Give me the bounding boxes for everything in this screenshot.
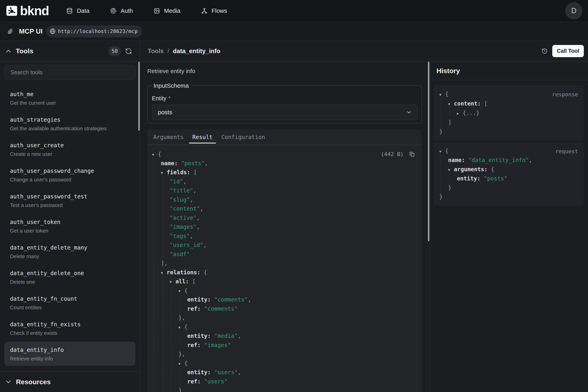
tab-arguments[interactable]: Arguments [149, 130, 188, 145]
history-toggle-button[interactable] [542, 48, 548, 54]
json-space [488, 166, 491, 172]
tab-configuration[interactable]: Configuration [217, 130, 269, 145]
mcp-url-pill[interactable]: http://localhost:28623/mcp [46, 25, 142, 37]
json-punctuation: , [200, 206, 203, 212]
entity-select[interactable]: posts [152, 105, 417, 120]
nav-item-media[interactable]: Media [154, 8, 181, 14]
tool-name: data_entity_info [10, 346, 130, 354]
nav-item-auth[interactable]: Auth [110, 8, 133, 14]
json-punctuation: { [445, 91, 448, 98]
history-card-response[interactable]: response▼{▼content: [▶{...}]} [434, 85, 584, 141]
json-string-value: "images" [204, 342, 231, 348]
collapse-triangle-icon[interactable]: ▼ [448, 165, 454, 174]
expand-triangle-icon[interactable]: ▶ [457, 109, 463, 118]
json-row[interactable]: ▼fields: [ [152, 168, 422, 177]
json-punctuation: }, [179, 314, 185, 321]
tool-list-item[interactable]: auth_user_password_changeChange a user's… [4, 163, 135, 187]
tool-list-item[interactable]: auth_user_tokenGet a user token [4, 214, 135, 238]
brand-logo[interactable]: bknd [6, 4, 49, 18]
json-string-value: "users" [204, 378, 227, 385]
tool-list-item[interactable]: auth_user_password_testTest a user's pas… [4, 188, 135, 212]
collapse-triangle-icon[interactable]: ▼ [179, 360, 184, 368]
json-string-value: "title" [170, 187, 193, 194]
json-row[interactable]: ▶{...} [439, 108, 584, 118]
json-row: ref: "images" [152, 341, 422, 350]
collapse-triangle-icon[interactable]: ▼ [439, 147, 445, 156]
json-space [200, 378, 204, 385]
collapse-triangle-icon[interactable]: ▼ [439, 90, 445, 100]
tool-detail-body: Retrieve entity info InputSchema Entity*… [140, 62, 429, 392]
copy-json-button[interactable] [409, 152, 415, 157]
json-key: entity: [187, 369, 211, 376]
search-input[interactable] [10, 69, 129, 76]
json-row[interactable]: ▼content: [ [439, 99, 584, 108]
resources-header[interactable]: Resources [0, 371, 140, 392]
json-key: fields: [167, 169, 190, 176]
tool-list-item[interactable]: data_entity_delete_manyDelete many [4, 239, 135, 264]
json-space [190, 169, 194, 176]
mcp-header-bar: MCP UI http://localhost:28623/mcp [0, 22, 588, 41]
tab-result[interactable]: Result [188, 130, 217, 145]
call-tool-button[interactable]: Call Tool [552, 45, 584, 57]
image-icon [154, 8, 160, 14]
json-row[interactable]: ▼{ [152, 286, 422, 295]
json-punctuation: ] [448, 119, 451, 126]
json-row: ] [439, 118, 584, 127]
tools-search[interactable] [4, 65, 135, 80]
json-row[interactable]: ▼{ [152, 359, 422, 368]
collapse-triangle-icon[interactable]: ▼ [179, 287, 184, 296]
indent-guide [449, 108, 450, 115]
tool-list-item[interactable]: data_entity_delete_oneDelete one [4, 265, 135, 289]
json-string-value: "posts" [484, 175, 507, 182]
json-row: name: "data_entity_info", [439, 156, 584, 165]
json-row[interactable]: ▼arguments: { [439, 165, 584, 174]
nav-item-data[interactable]: Data [66, 8, 89, 14]
json-row[interactable]: ▼{ [439, 90, 584, 99]
collapse-triangle-icon[interactable]: ▼ [161, 268, 167, 278]
globe-icon [50, 28, 55, 34]
sidebar-scrollbar[interactable] [138, 62, 140, 131]
nav-label-data: Data [77, 8, 89, 14]
collapse-triangle-icon[interactable]: ▼ [179, 323, 184, 332]
json-space [211, 369, 214, 376]
collapse-triangle-icon[interactable]: ▼ [448, 100, 454, 109]
collapse-triangle-icon[interactable]: ▼ [161, 168, 167, 178]
chevron-up-icon[interactable] [6, 50, 11, 52]
collapse-triangle-icon[interactable]: ▼ [170, 278, 176, 287]
json-punctuation: , [203, 242, 207, 248]
json-key: relations: [167, 269, 200, 276]
nav-label-flows: Flows [211, 8, 227, 14]
nav-item-flows[interactable]: Flows [201, 8, 227, 14]
collapse-triangle-icon[interactable]: ▼ [152, 150, 158, 160]
chevron-down-icon [6, 380, 11, 383]
indent-guide [171, 288, 172, 392]
json-string-value: "content" [170, 206, 200, 212]
tool-list-item[interactable]: data_entity_fn_countCount entities [4, 290, 135, 315]
tool-list-item[interactable]: auth_meGet the current user [4, 86, 135, 110]
json-row: "asdf" [152, 250, 422, 259]
resources-title: Resources [16, 378, 51, 386]
tool-list-item[interactable]: auth_strategiesGet the available authent… [4, 112, 135, 136]
history-card-request[interactable]: request▼{name: "data_entity_info",▼argum… [434, 142, 584, 206]
main-scrollbar[interactable] [428, 62, 429, 241]
json-punctuation: , [529, 157, 532, 164]
breadcrumb-root[interactable]: Tools [148, 48, 164, 54]
json-space [465, 157, 468, 164]
refresh-tools-button[interactable] [125, 48, 132, 54]
tool-name: data_entity_delete_one [10, 270, 130, 277]
entity-field-label-text: Entity [152, 95, 167, 102]
json-row[interactable]: ▼{ [152, 322, 422, 332]
json-row[interactable]: ▼{ [439, 146, 584, 156]
json-row[interactable]: ▼all: [ [152, 277, 422, 286]
tool-list-item[interactable]: auth_user_createCreate a new user [4, 137, 135, 161]
tool-description: Retrieve entity info [10, 356, 130, 362]
json-row[interactable]: ▼relations: { [152, 268, 422, 277]
indent-guide [180, 334, 180, 359]
json-key: entity: [187, 333, 211, 339]
json-row: "active", [152, 214, 422, 222]
tool-list-item[interactable]: data_entity_infoRetrieve entity info [4, 342, 135, 366]
user-avatar[interactable]: D [565, 2, 583, 20]
tool-name: auth_me [10, 91, 130, 98]
tool-list-item[interactable]: data_entity_fn_existsCheck if entity exi… [4, 316, 135, 340]
entity-field-label: Entity* [152, 95, 417, 102]
